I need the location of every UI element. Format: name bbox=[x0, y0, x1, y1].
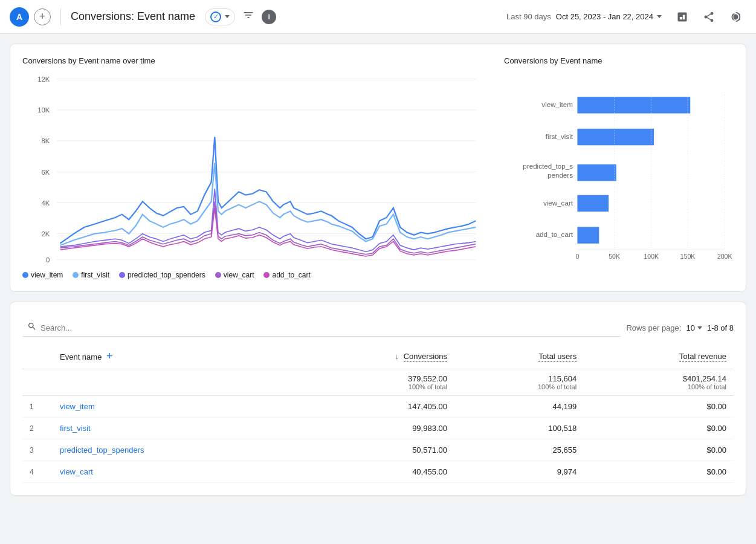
total-conversions-value: 379,552.00 bbox=[300, 374, 447, 383]
page-title: Conversions: Event name bbox=[71, 10, 195, 23]
total-name-cell bbox=[53, 369, 292, 396]
svg-text:2K: 2K bbox=[42, 230, 51, 238]
svg-text:predicted_top_s: predicted_top_s bbox=[523, 162, 573, 170]
line-chart-wrapper: 12K 10K 8K 6K 4K 2K 0 01 Nov 01 Dec 01 J… bbox=[22, 73, 489, 266]
svg-text:01: 01 bbox=[248, 265, 256, 266]
svg-text:50K: 50K bbox=[609, 253, 620, 260]
row-total-revenue: $0.00 bbox=[584, 461, 734, 483]
row-conversions: 50,571.00 bbox=[292, 439, 454, 461]
row-total-users: 44,199 bbox=[454, 396, 584, 418]
add-button[interactable]: + bbox=[34, 8, 51, 25]
svg-text:0: 0 bbox=[575, 253, 579, 260]
table-row: 3 predicted_top_spenders 50,571.00 25,65… bbox=[22, 439, 734, 461]
legend-dot-predicted bbox=[119, 272, 125, 278]
table-row: 4 view_cart 40,455.00 9,974 $0.00 bbox=[22, 461, 734, 483]
data-table: Event name + ↓ Conversions Total users T… bbox=[22, 344, 734, 483]
svg-text:view_cart: view_cart bbox=[543, 199, 573, 207]
bar-chart-title: Conversions by Event name bbox=[504, 56, 734, 65]
rows-per-page-label: Rows per page: bbox=[626, 323, 681, 332]
total-revenue-cell: $401,254.14 100% of total bbox=[584, 369, 734, 396]
row-event-name[interactable]: predicted_top_spenders bbox=[53, 439, 292, 461]
col-header-total-users: Total users bbox=[454, 344, 584, 369]
chevron-down-icon bbox=[697, 326, 702, 329]
svg-text:01: 01 bbox=[383, 265, 390, 266]
row-event-name[interactable]: view_item bbox=[53, 396, 292, 418]
table-body: 379,552.00 100% of total 115,604 100% of… bbox=[22, 369, 734, 483]
row-total-revenue: $0.00 bbox=[584, 418, 734, 439]
info-icon[interactable]: i bbox=[262, 10, 276, 24]
add-column-button[interactable]: + bbox=[106, 350, 113, 362]
total-users-value: 115,604 bbox=[462, 374, 577, 383]
row-event-name[interactable]: view_cart bbox=[53, 461, 292, 483]
legend-item-predicted: predicted_top_spenders bbox=[119, 271, 205, 279]
svg-text:8K: 8K bbox=[42, 138, 51, 145]
chevron-down-icon bbox=[657, 15, 662, 18]
share-icon-button[interactable] bbox=[698, 6, 720, 28]
bar-chart-section: Conversions by Event name view_item firs… bbox=[504, 56, 734, 279]
svg-text:0: 0 bbox=[46, 256, 50, 264]
total-users-pct: 100% of total bbox=[462, 383, 577, 390]
filter-icon[interactable] bbox=[240, 7, 257, 27]
total-index-cell bbox=[22, 369, 53, 396]
col-header-index bbox=[22, 344, 53, 369]
table-row: 1 view_item 147,405.00 44,199 $0.00 bbox=[22, 396, 734, 418]
bar-first-visit bbox=[577, 129, 654, 145]
legend-item-view-item: view_item bbox=[22, 271, 63, 279]
date-range-text: Oct 25, 2023 - Jan 22, 2024 bbox=[556, 12, 653, 21]
date-range: Last 90 days Oct 25, 2023 - Jan 22, 2024 bbox=[506, 12, 662, 21]
search-box[interactable] bbox=[22, 319, 621, 337]
bar-add-to-cart bbox=[577, 227, 599, 243]
legend-item-view-cart: view_cart bbox=[215, 271, 254, 279]
svg-text:6K: 6K bbox=[42, 169, 51, 176]
rows-per-page-select[interactable]: 10 bbox=[686, 323, 702, 332]
legend-label: view_cart bbox=[224, 271, 254, 279]
chart-icon-button[interactable] bbox=[671, 6, 693, 28]
ai-icon-button[interactable] bbox=[725, 6, 746, 28]
line-chart-title: Conversions by Event name over time bbox=[22, 56, 489, 65]
row-index: 2 bbox=[22, 418, 53, 439]
svg-text:10K: 10K bbox=[37, 106, 50, 114]
charts-row: Conversions by Event name over time 12K bbox=[22, 56, 734, 279]
legend-dot-view-cart bbox=[215, 272, 221, 278]
legend-item-add-to-cart: add_to_cart bbox=[263, 271, 310, 279]
svg-text:01: 01 bbox=[118, 265, 126, 266]
bar-predicted bbox=[577, 164, 616, 181]
bar-view-item bbox=[577, 97, 690, 113]
total-users-cell: 115,604 100% of total bbox=[454, 369, 584, 396]
search-icon bbox=[27, 322, 37, 334]
legend-dot-first-visit bbox=[73, 272, 79, 278]
divider bbox=[60, 8, 61, 25]
legend-dot-add-to-cart bbox=[263, 272, 270, 278]
col-header-conversions[interactable]: ↓ Conversions bbox=[292, 344, 454, 369]
bar-chart-wrapper: view_item first_visit predicted_top_s pe… bbox=[504, 73, 734, 254]
line-chart-svg: 12K 10K 8K 6K 4K 2K 0 01 Nov 01 Dec 01 J… bbox=[22, 73, 489, 266]
table-card: Rows per page: 10 1-8 of 8 Event name + … bbox=[10, 302, 746, 496]
main-content: Conversions by Event name over time 12K bbox=[0, 34, 756, 515]
svg-text:penders: penders bbox=[548, 171, 573, 179]
search-input[interactable] bbox=[40, 323, 616, 332]
chart-legend: view_item first_visit predicted_top_spen… bbox=[22, 271, 489, 279]
table-toolbar: Rows per page: 10 1-8 of 8 bbox=[22, 314, 734, 344]
row-event-name[interactable]: first_visit bbox=[53, 418, 292, 439]
conversions-label: Conversions bbox=[404, 352, 447, 361]
col-header-total-revenue: Total revenue bbox=[584, 344, 734, 369]
table-row: 2 first_visit 99,983.00 100,518 $0.00 bbox=[22, 418, 734, 439]
date-label: Last 90 days bbox=[506, 12, 551, 21]
table-header: Event name + ↓ Conversions Total users T… bbox=[22, 344, 734, 369]
row-total-users: 9,974 bbox=[454, 461, 584, 483]
row-conversions: 147,405.00 bbox=[292, 396, 454, 418]
legend-label: first_visit bbox=[81, 271, 109, 279]
date-picker-button[interactable]: Oct 25, 2023 - Jan 22, 2024 bbox=[556, 12, 662, 21]
row-index: 4 bbox=[22, 461, 53, 483]
legend-label: predicted_top_spenders bbox=[128, 271, 205, 279]
filter-status-button[interactable]: ✓ bbox=[205, 8, 235, 25]
total-revenue-label: Total revenue bbox=[679, 352, 726, 361]
svg-text:view_item: view_item bbox=[541, 100, 573, 108]
svg-text:add_to_cart: add_to_cart bbox=[536, 230, 573, 238]
bar-view-cart bbox=[577, 195, 609, 212]
line-chart-section: Conversions by Event name over time 12K bbox=[22, 56, 489, 279]
col-header-event-name: Event name + bbox=[53, 344, 292, 369]
row-total-users: 25,655 bbox=[454, 439, 584, 461]
total-revenue-value: $401,254.14 bbox=[591, 374, 726, 383]
legend-label: view_item bbox=[31, 271, 63, 279]
